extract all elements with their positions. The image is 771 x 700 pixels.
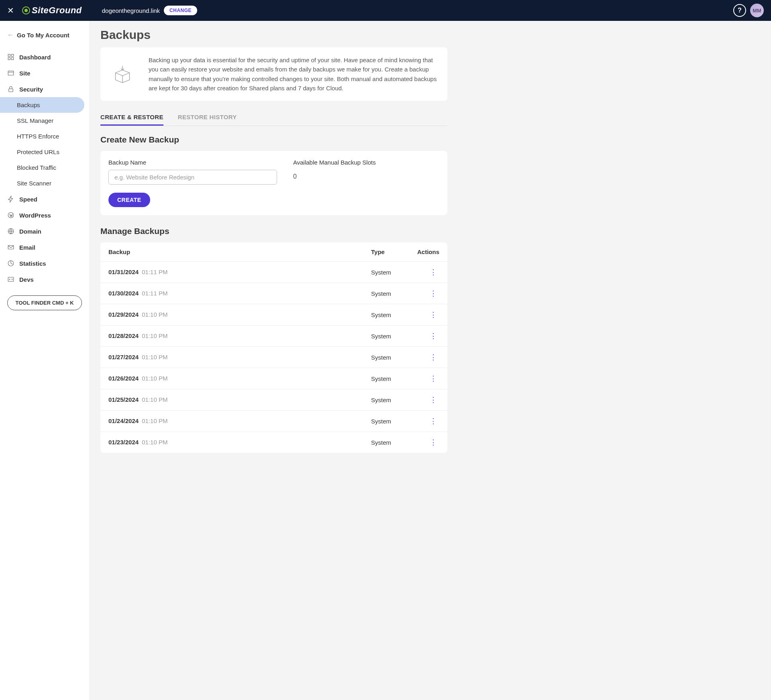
logo-text: SiteGround xyxy=(32,5,82,16)
row-actions-button[interactable]: ⋮ xyxy=(411,438,439,447)
back-to-account[interactable]: ← Go To My Account xyxy=(0,28,89,42)
slots-value: 0 xyxy=(293,170,376,180)
row-actions-button[interactable]: ⋮ xyxy=(411,374,439,383)
svg-rect-3 xyxy=(12,58,14,60)
backup-date: 01/25/2024 xyxy=(108,396,139,403)
sidebar-item-domain[interactable]: Domain xyxy=(0,223,89,239)
email-icon xyxy=(7,244,14,251)
sidebar-item-label: WordPress xyxy=(19,212,51,219)
create-section-title: Create New Backup xyxy=(100,135,447,144)
sidebar-item-wordpress[interactable]: WordPress xyxy=(0,207,89,223)
sidebar-subitem-ssl[interactable]: SSL Manager xyxy=(0,113,89,128)
backup-time: 01:11 PM xyxy=(140,269,167,275)
tab-restore-history[interactable]: RESTORE HISTORY xyxy=(178,110,237,126)
sidebar-item-speed[interactable]: Speed xyxy=(0,191,89,207)
backup-type: System xyxy=(371,375,411,382)
backup-date: 01/27/2024 xyxy=(108,354,139,360)
backup-date: 01/29/2024 xyxy=(108,311,139,318)
row-actions-button[interactable]: ⋮ xyxy=(411,395,439,404)
sidebar: ← Go To My Account Dashboard Site Securi… xyxy=(0,21,89,700)
change-button[interactable]: CHANGE xyxy=(164,6,197,15)
lock-icon xyxy=(7,85,14,93)
svg-rect-12 xyxy=(8,277,14,282)
col-type: Type xyxy=(371,248,411,255)
backup-date: 01/24/2024 xyxy=(108,417,139,424)
row-actions-button[interactable]: ⋮ xyxy=(411,353,439,362)
svg-rect-0 xyxy=(8,54,10,56)
backup-type: System xyxy=(371,311,411,318)
tab-create-restore[interactable]: CREATE & RESTORE xyxy=(100,110,163,126)
app-header: ✕ SiteGround dogeontheground.link CHANGE… xyxy=(0,0,771,21)
sidebar-subitem-scanner[interactable]: Site Scanner xyxy=(0,175,89,191)
main-content: Backups Backing up your data is essentia… xyxy=(89,21,459,700)
backup-date: 01/26/2024 xyxy=(108,375,139,382)
table-row: 01/30/2024 01:11 PMSystem⋮ xyxy=(100,283,447,304)
backup-time: 01:11 PM xyxy=(140,290,167,297)
backup-date: 01/23/2024 xyxy=(108,439,139,446)
table-row: 01/28/2024 01:10 PMSystem⋮ xyxy=(100,326,447,347)
backup-type: System xyxy=(371,397,411,403)
sidebar-item-statistics[interactable]: Statistics xyxy=(0,255,89,271)
svg-rect-1 xyxy=(12,54,14,56)
tabs: CREATE & RESTORE RESTORE HISTORY xyxy=(100,110,447,126)
sidebar-subitem-protected[interactable]: Protected URLs xyxy=(0,144,89,160)
sidebar-subitem-https[interactable]: HTTPS Enforce xyxy=(0,128,89,144)
close-icon[interactable]: ✕ xyxy=(7,6,14,15)
backup-time: 01:10 PM xyxy=(140,311,167,318)
backup-type: System xyxy=(371,439,411,446)
stats-icon xyxy=(7,260,14,267)
create-card: Backup Name Available Manual Backup Slot… xyxy=(100,151,447,215)
sidebar-item-label: Dashboard xyxy=(19,54,51,61)
backup-type: System xyxy=(371,333,411,340)
wordpress-icon xyxy=(7,212,14,219)
row-actions-button[interactable]: ⋮ xyxy=(411,268,439,277)
svg-rect-2 xyxy=(8,58,10,60)
backup-date: 01/31/2024 xyxy=(108,269,139,275)
backup-date: 01/30/2024 xyxy=(108,290,139,297)
box-icon xyxy=(108,55,137,93)
backup-time: 01:10 PM xyxy=(140,439,167,446)
code-icon xyxy=(7,276,14,283)
logo-icon xyxy=(22,6,30,14)
svg-rect-4 xyxy=(8,71,14,75)
backup-time: 01:10 PM xyxy=(140,332,167,339)
backup-name-input[interactable] xyxy=(108,170,277,185)
sidebar-item-devs[interactable]: Devs xyxy=(0,271,89,287)
sidebar-item-dashboard[interactable]: Dashboard xyxy=(0,49,89,65)
avatar[interactable]: MM xyxy=(750,4,764,17)
sidebar-item-label: Email xyxy=(19,244,35,251)
table-row: 01/24/2024 01:10 PMSystem⋮ xyxy=(100,411,447,432)
row-actions-button[interactable]: ⋮ xyxy=(411,310,439,319)
sidebar-item-site[interactable]: Site xyxy=(0,65,89,81)
create-button[interactable]: CREATE xyxy=(108,193,150,207)
sidebar-subitem-blocked[interactable]: Blocked Traffic xyxy=(0,160,89,175)
backup-time: 01:10 PM xyxy=(140,396,167,403)
table-row: 01/27/2024 01:10 PMSystem⋮ xyxy=(100,347,447,368)
globe-icon xyxy=(7,228,14,235)
backup-type: System xyxy=(371,269,411,276)
table-row: 01/29/2024 01:10 PMSystem⋮ xyxy=(100,304,447,326)
sidebar-item-email[interactable]: Email xyxy=(0,239,89,255)
table-row: 01/26/2024 01:10 PMSystem⋮ xyxy=(100,368,447,389)
sidebar-item-security[interactable]: Security xyxy=(0,81,89,97)
tool-finder-button[interactable]: TOOL FINDER CMD + K xyxy=(7,295,82,310)
sidebar-subitem-backups[interactable]: Backups xyxy=(0,97,84,113)
slots-label: Available Manual Backup Slots xyxy=(293,159,376,166)
table-row: 01/31/2024 01:11 PMSystem⋮ xyxy=(100,262,447,283)
sidebar-item-label: Speed xyxy=(19,196,37,203)
page-title: Backups xyxy=(100,28,447,42)
dashboard-icon xyxy=(7,53,14,61)
row-actions-button[interactable]: ⋮ xyxy=(411,289,439,298)
backup-type: System xyxy=(371,354,411,361)
col-backup: Backup xyxy=(108,248,371,255)
manage-section-title: Manage Backups xyxy=(100,226,447,236)
sidebar-item-label: Site xyxy=(19,70,31,77)
table-header: Backup Type Actions xyxy=(100,242,447,262)
help-icon[interactable]: ? xyxy=(733,4,746,17)
row-actions-button[interactable]: ⋮ xyxy=(411,332,439,340)
svg-rect-10 xyxy=(8,246,14,249)
backup-time: 01:10 PM xyxy=(140,375,167,382)
row-actions-button[interactable]: ⋮ xyxy=(411,417,439,425)
logo[interactable]: SiteGround xyxy=(22,5,82,16)
sidebar-item-label: Statistics xyxy=(19,260,46,267)
